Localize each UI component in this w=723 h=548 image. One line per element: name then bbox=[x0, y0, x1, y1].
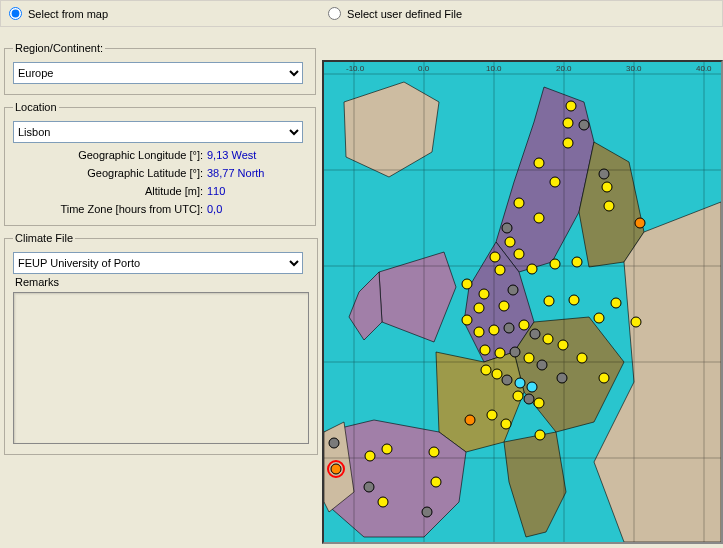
region-select[interactable]: Europe bbox=[13, 62, 303, 84]
location-dot[interactable] bbox=[499, 301, 509, 311]
location-dot[interactable] bbox=[501, 419, 511, 429]
remarks-label: Remarks bbox=[15, 276, 309, 288]
location-dot[interactable] bbox=[527, 264, 537, 274]
europe-map[interactable]: -10.0 0.0 10.0 20.0 30.0 40.0 bbox=[324, 62, 721, 542]
mode-map-option[interactable]: Select from map bbox=[9, 7, 108, 20]
location-dot[interactable] bbox=[611, 298, 621, 308]
svg-text:10.0: 10.0 bbox=[486, 64, 502, 73]
longitude-value: 9,13 West bbox=[207, 149, 256, 161]
location-dot[interactable] bbox=[550, 259, 560, 269]
location-dot[interactable] bbox=[631, 317, 641, 327]
location-dot[interactable] bbox=[569, 295, 579, 305]
svg-text:20.0: 20.0 bbox=[556, 64, 572, 73]
location-dot[interactable] bbox=[487, 410, 497, 420]
mode-file-label: Select user defined File bbox=[347, 8, 462, 20]
location-dot[interactable] bbox=[563, 118, 573, 128]
svg-text:0.0: 0.0 bbox=[418, 64, 430, 73]
timezone-label: Time Zone [hours from UTC]: bbox=[13, 203, 207, 215]
location-dot[interactable] bbox=[599, 373, 609, 383]
altitude-field: Altitude [m]: 110 bbox=[13, 185, 307, 197]
timezone-field: Time Zone [hours from UTC]: 0,0 bbox=[13, 203, 307, 215]
location-dot[interactable] bbox=[527, 382, 537, 392]
location-dot[interactable] bbox=[558, 340, 568, 350]
location-dot[interactable] bbox=[505, 237, 515, 247]
location-dot[interactable] bbox=[534, 398, 544, 408]
location-dot[interactable] bbox=[566, 101, 576, 111]
location-dot[interactable] bbox=[382, 444, 392, 454]
location-dot[interactable] bbox=[378, 497, 388, 507]
location-dot[interactable] bbox=[524, 353, 534, 363]
location-dot[interactable] bbox=[502, 223, 512, 233]
map-panel[interactable]: -10.0 0.0 10.0 20.0 30.0 40.0 bbox=[322, 60, 723, 544]
location-dot[interactable] bbox=[635, 218, 645, 228]
mode-map-radio[interactable] bbox=[9, 7, 22, 20]
location-dot[interactable] bbox=[329, 438, 339, 448]
location-dot[interactable] bbox=[508, 285, 518, 295]
location-dot[interactable] bbox=[534, 158, 544, 168]
location-select[interactable]: Lisbon bbox=[13, 121, 303, 143]
location-dot[interactable] bbox=[577, 353, 587, 363]
altitude-value: 110 bbox=[207, 185, 225, 197]
mode-file-radio[interactable] bbox=[328, 7, 341, 20]
location-dot[interactable] bbox=[544, 296, 554, 306]
location-dot[interactable] bbox=[594, 313, 604, 323]
location-dot[interactable] bbox=[479, 289, 489, 299]
location-dot[interactable] bbox=[530, 329, 540, 339]
longitude-field: Geographic Longitude [°]: 9,13 West bbox=[13, 149, 307, 161]
location-dot[interactable] bbox=[365, 451, 375, 461]
location-dot[interactable] bbox=[534, 213, 544, 223]
location-dot[interactable] bbox=[422, 507, 432, 517]
location-dot[interactable] bbox=[462, 315, 472, 325]
location-dot[interactable] bbox=[495, 348, 505, 358]
location-dot[interactable] bbox=[474, 327, 484, 337]
latitude-field: Geographic Latitude [°]: 38,77 North bbox=[13, 167, 307, 179]
climate-select[interactable]: FEUP University of Porto bbox=[13, 252, 303, 274]
location-dot[interactable] bbox=[495, 265, 505, 275]
location-dot[interactable] bbox=[429, 447, 439, 457]
region-legend: Region/Continent: bbox=[13, 42, 105, 54]
location-dot[interactable] bbox=[543, 334, 553, 344]
location-dot[interactable] bbox=[599, 169, 609, 179]
location-dot[interactable] bbox=[510, 347, 520, 357]
location-dot[interactable] bbox=[572, 257, 582, 267]
svg-text:30.0: 30.0 bbox=[626, 64, 642, 73]
location-dot[interactable] bbox=[462, 279, 472, 289]
mode-map-label: Select from map bbox=[28, 8, 108, 20]
location-dot[interactable] bbox=[602, 182, 612, 192]
remarks-box[interactable] bbox=[13, 292, 309, 444]
location-dot[interactable] bbox=[364, 482, 374, 492]
location-dot[interactable] bbox=[465, 415, 475, 425]
location-dot[interactable] bbox=[550, 177, 560, 187]
location-dot[interactable] bbox=[481, 365, 491, 375]
location-dot[interactable] bbox=[502, 375, 512, 385]
longitude-label: Geographic Longitude [°]: bbox=[13, 149, 207, 161]
svg-text:40.0: 40.0 bbox=[696, 64, 712, 73]
location-dot[interactable] bbox=[514, 249, 524, 259]
location-dot[interactable] bbox=[492, 369, 502, 379]
climate-fieldset: Climate File FEUP University of Porto Re… bbox=[4, 232, 318, 455]
location-dot[interactable] bbox=[504, 323, 514, 333]
location-dot[interactable] bbox=[519, 320, 529, 330]
location-dot[interactable] bbox=[513, 391, 523, 401]
location-dot[interactable] bbox=[331, 464, 341, 474]
timezone-value: 0,0 bbox=[207, 203, 222, 215]
location-dot[interactable] bbox=[489, 325, 499, 335]
climate-legend: Climate File bbox=[13, 232, 75, 244]
location-dot[interactable] bbox=[480, 345, 490, 355]
altitude-label: Altitude [m]: bbox=[13, 185, 207, 197]
location-dot[interactable] bbox=[524, 394, 534, 404]
location-dot[interactable] bbox=[579, 120, 589, 130]
location-dot[interactable] bbox=[535, 430, 545, 440]
location-dot[interactable] bbox=[474, 303, 484, 313]
location-dot[interactable] bbox=[515, 378, 525, 388]
latitude-value: 38,77 North bbox=[207, 167, 264, 179]
location-legend: Location bbox=[13, 101, 59, 113]
location-dot[interactable] bbox=[563, 138, 573, 148]
location-dot[interactable] bbox=[431, 477, 441, 487]
location-dot[interactable] bbox=[557, 373, 567, 383]
location-dot[interactable] bbox=[604, 201, 614, 211]
mode-file-option[interactable]: Select user defined File bbox=[328, 7, 462, 20]
location-dot[interactable] bbox=[537, 360, 547, 370]
location-dot[interactable] bbox=[490, 252, 500, 262]
location-dot[interactable] bbox=[514, 198, 524, 208]
